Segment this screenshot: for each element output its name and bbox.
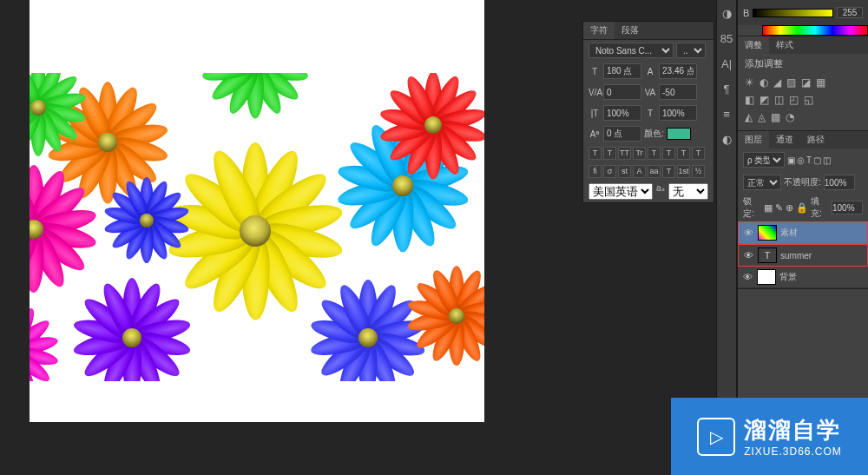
leading-icon: A	[644, 67, 656, 76]
tracking-icon: VA	[644, 88, 656, 97]
char-style-btn-style_buttons_2-5[interactable]: T	[662, 165, 675, 178]
strip-icon-5[interactable]: ◐	[722, 133, 732, 146]
color-value-input[interactable]	[837, 7, 863, 18]
adjustment-icon-row2-4[interactable]: ◱	[804, 94, 813, 106]
tab-adjustments[interactable]: 调整	[738, 36, 769, 54]
text-color-swatch[interactable]	[667, 128, 691, 140]
adjustment-icon-row2-1[interactable]: ◩	[760, 94, 769, 106]
layer-item-素材[interactable]: 👁素材	[738, 221, 868, 244]
char-style-btn-style_buttons_2-3[interactable]: A	[633, 165, 646, 178]
adjustment-icon-row1-0[interactable]: ☀	[745, 76, 754, 89]
char-style-btn-style_buttons_2-1[interactable]: σ	[603, 165, 616, 178]
strip-icon-2[interactable]: A|	[721, 57, 732, 70]
color-label: 颜色:	[644, 128, 664, 140]
aa-label: aₐ	[656, 183, 665, 200]
font-style-select[interactable]: ...	[676, 43, 706, 58]
adjustment-icon-row3-2[interactable]: ▩	[771, 111, 780, 123]
layer-item-summer[interactable]: 👁Tsummer	[738, 244, 868, 267]
lock-icon-3[interactable]: 🔒	[796, 202, 808, 214]
char-style-btn-style_buttons_1-1[interactable]: T	[603, 147, 616, 160]
tab-channels[interactable]: 通道	[769, 131, 800, 148]
layer-name-label: 背景	[779, 271, 797, 283]
layer-item-背景[interactable]: 👁背景	[738, 267, 868, 288]
layer-name-label: 素材	[780, 227, 798, 239]
aa-select[interactable]: 无	[668, 183, 708, 200]
adjustment-icon-row1-4[interactable]: ◪	[801, 76, 811, 89]
lock-icon-1[interactable]: ✎	[775, 202, 783, 214]
char-style-btn-style_buttons_2-6[interactable]: 1st	[677, 165, 690, 178]
opacity-input[interactable]	[824, 175, 855, 190]
tab-styles[interactable]: 样式	[769, 36, 800, 54]
adjustment-icon-row3-0[interactable]: ◭	[745, 111, 753, 123]
blend-mode-select[interactable]: 正常	[743, 175, 781, 190]
color-slider[interactable]	[753, 9, 833, 17]
char-style-btn-style_buttons_2-2[interactable]: st	[618, 165, 631, 178]
char-style-btn-style_buttons_1-0[interactable]: T	[589, 147, 602, 160]
font-size-input[interactable]	[603, 63, 641, 79]
tab-character[interactable]: 字符	[583, 22, 615, 39]
layer-thumbnail	[758, 225, 777, 241]
strip-icon-3[interactable]: ¶	[724, 82, 730, 96]
layer-name-label: summer	[780, 251, 812, 261]
play-icon: ▷	[697, 418, 735, 456]
panel-icon-strip: ◑85A|¶≡◐	[716, 0, 737, 399]
layer-filter-icon-1[interactable]: ◎	[797, 155, 805, 165]
visibility-toggle[interactable]: 👁	[742, 228, 754, 238]
lock-icon-2[interactable]: ⊕	[786, 202, 793, 214]
strip-icon-4[interactable]: ≡	[723, 108, 730, 121]
char-style-btn-style_buttons_2-0[interactable]: fi	[589, 165, 602, 178]
vscale-icon: |T	[589, 109, 601, 118]
layer-kind-select[interactable]: ρ 类型	[743, 152, 785, 168]
char-style-btn-style_buttons_2-4[interactable]: aa	[648, 165, 661, 178]
tab-paragraph[interactable]: 段落	[615, 22, 646, 39]
adjustment-icon-row1-1[interactable]: ◐	[760, 76, 768, 89]
color-channel-label: B	[743, 8, 749, 18]
adjustment-icon-row1-2[interactable]: ◢	[773, 76, 781, 89]
adjustments-title: 添加调整	[738, 54, 868, 74]
char-style-btn-style_buttons_1-2[interactable]: TT	[618, 147, 631, 160]
font-size-icon: T	[589, 67, 601, 76]
char-style-btn-style_buttons_1-4[interactable]: T	[648, 147, 661, 160]
layer-filter-icon-4[interactable]: ◫	[823, 155, 831, 165]
layer-filter-icon-0[interactable]: ▣	[787, 155, 795, 165]
adjustment-icon-row2-0[interactable]: ◧	[745, 94, 754, 106]
tab-paths[interactable]: 路径	[800, 131, 832, 148]
adjustment-icon-row3-3[interactable]: ◔	[786, 111, 794, 123]
fill-input[interactable]	[832, 201, 863, 214]
char-style-btn-style_buttons_1-7[interactable]: T	[692, 147, 705, 160]
watermark-title: 溜溜自学	[744, 415, 842, 445]
strip-icon-1[interactable]: 85	[720, 32, 733, 45]
fill-label: 填充:	[811, 195, 829, 220]
kerning-input[interactable]	[603, 84, 641, 100]
strip-icon-0[interactable]: ◑	[722, 7, 732, 20]
char-style-btn-style_buttons_1-6[interactable]: T	[677, 147, 690, 160]
lock-icon-0[interactable]: ▦	[764, 202, 773, 214]
visibility-toggle[interactable]: 👁	[741, 272, 753, 282]
language-select[interactable]: 美国英语	[589, 183, 653, 200]
spectrum-bar[interactable]	[762, 25, 868, 36]
hscale-input[interactable]	[659, 105, 697, 121]
adjustment-icon-row1-3[interactable]: ▨	[786, 76, 796, 89]
tracking-input[interactable]	[659, 84, 697, 100]
kerning-icon: V/A	[589, 88, 601, 97]
tab-layers[interactable]: 图层	[738, 131, 769, 148]
character-panel: 字符 段落 Noto Sans C... ... T A V/A VA |T T…	[582, 21, 714, 203]
canvas-image	[30, 73, 484, 381]
layer-filter-icon-3[interactable]: ▢	[813, 155, 821, 165]
baseline-icon: Aª	[589, 129, 601, 139]
char-style-btn-style_buttons_1-5[interactable]: T	[662, 147, 675, 160]
adjustment-icon-row3-1[interactable]: ◬	[758, 111, 766, 123]
adjustment-icon-row2-2[interactable]: ◫	[774, 94, 784, 106]
leading-input[interactable]	[659, 63, 697, 79]
adjustment-icon-row1-5[interactable]: ▦	[816, 76, 825, 89]
char-style-btn-style_buttons_1-3[interactable]: Tr	[633, 147, 646, 160]
layer-filter-icon-2[interactable]: T	[806, 155, 812, 165]
char-style-btn-style_buttons_2-7[interactable]: ½	[692, 165, 705, 178]
hscale-icon: T	[644, 109, 656, 118]
document[interactable]	[30, 0, 484, 422]
adjustment-icon-row2-3[interactable]: ◰	[789, 94, 799, 106]
visibility-toggle[interactable]: 👁	[742, 250, 754, 261]
font-family-select[interactable]: Noto Sans C...	[589, 43, 674, 58]
baseline-input[interactable]	[603, 126, 641, 142]
vscale-input[interactable]	[603, 105, 641, 121]
